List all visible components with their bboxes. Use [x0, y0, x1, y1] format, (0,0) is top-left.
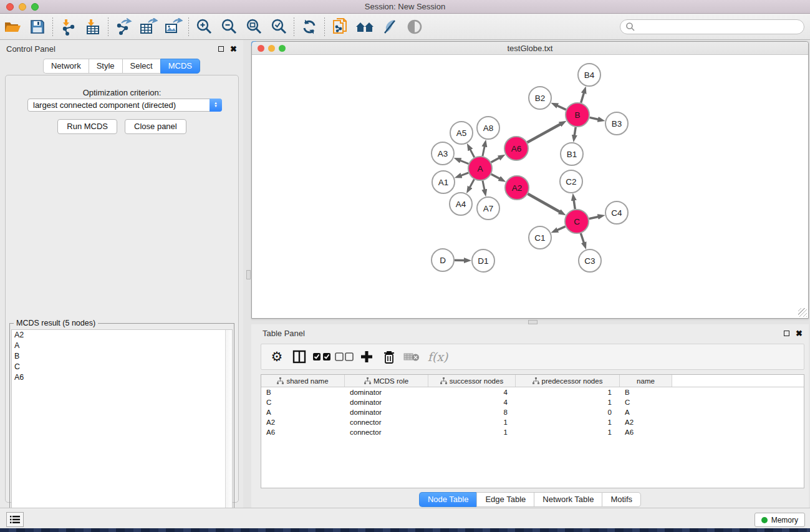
edge-C-C3[interactable] [581, 233, 584, 244]
tab-network[interactable]: Network [43, 59, 89, 74]
zoom-in-button[interactable] [191, 16, 216, 38]
node-B1[interactable]: B1 [561, 143, 583, 165]
export-network-button[interactable] [111, 16, 136, 38]
zoom-out-button[interactable] [216, 16, 241, 38]
mcds-result-item[interactable]: C [12, 362, 232, 372]
mcds-result-item[interactable]: A [12, 341, 232, 351]
deselect-all-columns-button[interactable] [335, 347, 354, 367]
memory-button[interactable]: Memory [755, 513, 805, 527]
edge-B-B2[interactable] [556, 105, 566, 110]
open-file-button[interactable] [0, 16, 25, 38]
export-table-button[interactable] [136, 16, 161, 38]
node-A5[interactable]: A5 [450, 122, 473, 144]
add-column-button[interactable] [357, 347, 376, 367]
edge-A2-C[interactable] [528, 194, 560, 212]
network-from-clipboard-button[interactable] [327, 16, 352, 38]
edge-C-C2[interactable] [574, 200, 575, 209]
column-header-mcds-role[interactable]: MCDS role [345, 375, 428, 387]
refresh-layout-button[interactable] [297, 16, 322, 38]
search-input[interactable] [620, 19, 804, 34]
show-columns-button[interactable] [290, 347, 309, 367]
edge-A-A7[interactable] [483, 181, 485, 191]
minimize-network-window-button[interactable] [268, 45, 275, 52]
float-panel-icon[interactable] [218, 46, 224, 52]
node-D[interactable]: D [432, 249, 454, 271]
edge-A-A4[interactable] [470, 180, 475, 188]
edge-B-B3[interactable] [590, 117, 599, 119]
node-A8[interactable]: A8 [477, 117, 499, 139]
home-button[interactable] [352, 16, 377, 38]
float-table-panel-icon[interactable] [784, 331, 789, 336]
node-C1[interactable]: C1 [529, 226, 551, 249]
run-mcds-button[interactable]: Run MCDS [57, 119, 117, 134]
split-divider-handle[interactable] [528, 320, 538, 324]
node-C3[interactable]: C3 [579, 249, 601, 272]
node-C[interactable]: C [565, 210, 589, 233]
close-window-button[interactable] [6, 3, 14, 11]
node-A1[interactable]: A1 [432, 171, 455, 193]
save-session-button[interactable] [25, 16, 50, 38]
criterion-dropdown[interactable]: largest connected component (directed) ▲… [27, 99, 222, 112]
maximize-window-button[interactable] [31, 3, 39, 11]
edge-B-B1[interactable] [574, 127, 576, 136]
tab-style[interactable]: Style [89, 59, 122, 74]
mcds-result-list[interactable]: A2 A B C A6 [11, 329, 233, 532]
select-all-columns-button[interactable] [312, 347, 331, 367]
column-header-name[interactable]: name [620, 375, 672, 387]
import-table-button[interactable] [80, 16, 105, 38]
close-panel-button[interactable]: Close panel [125, 119, 186, 134]
node-A4[interactable]: A4 [450, 193, 472, 215]
edge-A-A1[interactable] [460, 173, 468, 176]
tab-network-table[interactable]: Network Table [534, 492, 602, 507]
function-builder-button[interactable]: f(x) [425, 347, 451, 367]
close-table-panel-icon[interactable]: ✖ [796, 329, 803, 338]
edge-A-A3[interactable] [460, 160, 469, 164]
tab-node-table[interactable]: Node Table [419, 492, 477, 507]
hide-annotations-button[interactable] [377, 16, 402, 38]
edge-A-A8[interactable] [483, 145, 485, 156]
node-A7[interactable]: A7 [477, 197, 499, 220]
task-history-button[interactable] [6, 512, 24, 527]
table-row[interactable]: A2 connector 1 1 A2 [261, 417, 804, 427]
show-graphics-details-button[interactable] [402, 16, 427, 38]
maximize-network-window-button[interactable] [279, 45, 286, 52]
tab-motifs[interactable]: Motifs [602, 492, 641, 507]
node-C2[interactable]: C2 [560, 170, 582, 193]
network-window-title-bar[interactable]: testGlobe.txt [252, 42, 808, 55]
edge-C-C4[interactable] [589, 216, 599, 219]
tab-mcds[interactable]: MCDS [160, 59, 200, 74]
export-image-button[interactable] [161, 16, 186, 38]
close-panel-icon[interactable]: ✖ [230, 44, 237, 54]
edge-B-B4[interactable] [581, 92, 584, 103]
delete-table-button[interactable] [402, 347, 421, 367]
edge-A-A2[interactable] [491, 174, 501, 179]
edge-C-C1[interactable] [557, 226, 566, 230]
import-network-button[interactable] [55, 16, 80, 38]
network-graph-canvas[interactable]: AA1A2A3A4A5A6A7A8BB1B2B3B4CC1C2C3C4DD1 [252, 55, 808, 317]
node-C4[interactable]: C4 [605, 201, 628, 224]
node-A2[interactable]: A2 [505, 176, 529, 200]
result-list-scrollbar[interactable] [225, 330, 232, 532]
split-divider-handle[interactable] [246, 270, 251, 279]
table-row[interactable]: C dominator 4 1 C [261, 397, 804, 407]
node-A3[interactable]: A3 [432, 142, 454, 165]
node-B4[interactable]: B4 [578, 64, 600, 86]
close-network-window-button[interactable] [258, 45, 264, 52]
window-resize-grip[interactable] [798, 308, 807, 317]
mcds-result-item[interactable]: A2 [12, 330, 232, 341]
node-A[interactable]: A [468, 157, 492, 180]
node-B2[interactable]: B2 [529, 87, 551, 109]
table-options-button[interactable]: ⚙ [268, 347, 286, 367]
node-B3[interactable]: B3 [605, 112, 628, 135]
delete-column-button[interactable] [380, 347, 398, 367]
column-header-shared-name[interactable]: shared name [261, 375, 345, 387]
tab-select[interactable]: Select [122, 59, 160, 74]
table-row[interactable]: A6 connector 1 1 A6 [261, 427, 804, 437]
zoom-fit-button[interactable] [241, 16, 266, 38]
minimize-window-button[interactable] [19, 3, 26, 11]
column-header-predecessor-nodes[interactable]: predecessor nodes [516, 375, 620, 387]
node-B[interactable]: B [566, 103, 589, 127]
mcds-result-item[interactable]: B [12, 351, 232, 362]
zoom-selected-button[interactable] [266, 16, 291, 38]
node-D1[interactable]: D1 [472, 249, 494, 272]
